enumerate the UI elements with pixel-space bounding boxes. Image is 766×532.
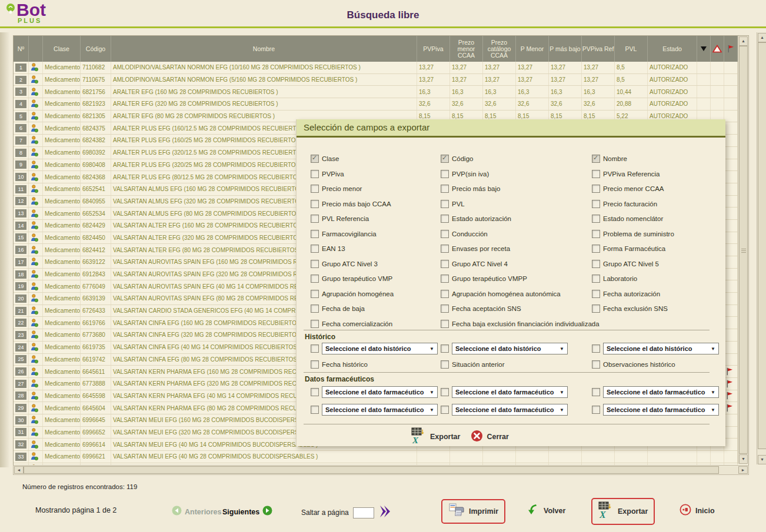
scroll-left-icon[interactable]: ◄ bbox=[14, 466, 24, 474]
scrollbar-thumb[interactable] bbox=[739, 46, 748, 454]
export-field-pvl-referencia[interactable]: PVL Referencia bbox=[311, 215, 369, 223]
column-header-c-digo[interactable]: Código bbox=[81, 36, 111, 62]
checkbox[interactable] bbox=[592, 200, 600, 208]
dropdown[interactable]: Seleccione el dato farmacéutico▼ bbox=[322, 404, 438, 416]
column-header-clase[interactable]: Clase bbox=[43, 36, 81, 62]
dropdown[interactable]: Seleccione el dato histórico▼ bbox=[452, 343, 568, 354]
checkbox[interactable] bbox=[311, 215, 319, 223]
export-field-grupo-terap-utico-vmp[interactable]: Grupo terapéutico VMP bbox=[311, 275, 392, 283]
column-header-p-menor[interactable]: P Menor bbox=[516, 36, 549, 62]
checkbox[interactable] bbox=[592, 344, 600, 353]
home-button[interactable]: Inicio bbox=[680, 504, 715, 518]
dropdown[interactable]: Seleccione el dato histórico▼ bbox=[603, 343, 719, 354]
export-field-estado-nomencl-tor[interactable]: Estado nomenclátor bbox=[592, 215, 663, 223]
export-field-estado-autorizaci-n[interactable]: Estado autorización bbox=[441, 215, 511, 223]
checkbox[interactable] bbox=[441, 275, 449, 283]
checkbox[interactable] bbox=[311, 155, 319, 163]
back-button[interactable]: Volver bbox=[527, 503, 565, 518]
export-field-precio-m-s-bajo-ccaa[interactable]: Precio más bajo CCAA bbox=[311, 200, 391, 208]
dropdown[interactable]: Seleccione el dato histórico▼ bbox=[322, 343, 438, 354]
checkbox[interactable] bbox=[441, 185, 449, 193]
export-field-grupo-atc-nivel-3[interactable]: Grupo ATC Nivel 3 bbox=[311, 260, 378, 268]
red-flag-icon[interactable] bbox=[724, 36, 738, 62]
export-field-agrupaci-n-homog-nea-auton-mica[interactable]: Agrupación homogénea autonómica bbox=[441, 290, 561, 298]
checkbox[interactable] bbox=[311, 245, 319, 253]
checkbox[interactable] bbox=[441, 200, 449, 208]
modal-export-button[interactable]: X Exportar bbox=[411, 427, 460, 446]
checkbox[interactable] bbox=[441, 290, 449, 298]
export-field-fecha-autorizaci-n[interactable]: Fecha autorización bbox=[592, 290, 660, 298]
checkbox[interactable] bbox=[592, 185, 600, 193]
checkbox[interactable] bbox=[592, 170, 600, 178]
page-vertical-scrollbar[interactable]: ▲ ▼ bbox=[757, 32, 766, 464]
column-header-icon[interactable] bbox=[29, 36, 43, 62]
column-header-pvl[interactable]: PVL bbox=[615, 36, 648, 62]
checkbox[interactable] bbox=[441, 305, 449, 313]
export-field-agrupaci-n-homog-nea[interactable]: Agrupación homogénea bbox=[311, 290, 394, 298]
export-field-precio-m-s-bajo[interactable]: Precio más bajo bbox=[441, 185, 500, 193]
export-field-forma-farmac-utica[interactable]: Forma Farmacéutica bbox=[592, 245, 665, 253]
scroll-up-icon[interactable]: ▲ bbox=[739, 36, 748, 46]
checkbox[interactable] bbox=[441, 360, 449, 369]
checkbox[interactable] bbox=[592, 305, 600, 313]
checkbox[interactable] bbox=[592, 215, 600, 223]
column-header-pvpiva[interactable]: PVPiva bbox=[417, 36, 450, 62]
checkbox[interactable] bbox=[592, 155, 600, 163]
export-field-pvl[interactable]: PVL bbox=[441, 200, 465, 208]
export-field-pvpiva-referencia[interactable]: PVPiva Referencia bbox=[592, 170, 660, 178]
export-field-fecha-de-baja[interactable]: Fecha de baja bbox=[311, 305, 365, 313]
checkbox[interactable] bbox=[592, 290, 600, 298]
checkbox[interactable] bbox=[311, 230, 319, 238]
export-field-c-digo[interactable]: Código bbox=[441, 155, 473, 163]
checkbox[interactable] bbox=[441, 406, 449, 414]
column-header-pvpiva-ref[interactable]: PVPiva Ref bbox=[582, 36, 615, 62]
checkbox[interactable] bbox=[592, 406, 600, 414]
dropdown[interactable]: Seleccione el dato farmacéutico▼ bbox=[322, 386, 438, 398]
dropdown[interactable]: Seleccione el dato farmacéutico▼ bbox=[452, 404, 568, 416]
export-field-fecha-aceptaci-n-sns[interactable]: Fecha aceptación SNS bbox=[441, 305, 521, 313]
column-header-p-m-s-bajo[interactable]: P más bajo bbox=[549, 36, 582, 62]
export-field-grupo-terap-utico-vmpp[interactable]: Grupo terapéutico VMPP bbox=[441, 275, 527, 283]
checkbox[interactable] bbox=[311, 185, 319, 193]
table-row[interactable]: 4Medicamento6821923ARALTER EFG (320 MG 2… bbox=[14, 98, 738, 111]
export-field-laboratorio[interactable]: Laboratorio bbox=[592, 275, 637, 283]
dropdown[interactable]: Seleccione el dato farmacéutico▼ bbox=[603, 404, 719, 416]
checkbox[interactable] bbox=[311, 275, 319, 283]
next-page-button[interactable]: Siguientes bbox=[222, 506, 272, 518]
export-field-conducci-n[interactable]: Conducción bbox=[441, 230, 488, 238]
checkbox[interactable] bbox=[311, 344, 319, 353]
checkbox[interactable] bbox=[592, 245, 600, 253]
scroll-down-icon[interactable]: ▼ bbox=[758, 455, 766, 464]
checkbox[interactable] bbox=[441, 245, 449, 253]
export-field-fecha-exclusi-n-sns[interactable]: Fecha exclusión SNS bbox=[592, 305, 668, 313]
dropdown[interactable]: Seleccione el dato farmacéutico▼ bbox=[603, 386, 719, 398]
export-field-pvp-sin-iva-[interactable]: PVP(sin iva) bbox=[441, 170, 489, 178]
checkbox[interactable] bbox=[311, 290, 319, 298]
dropdown[interactable]: Seleccione el dato farmacéutico▼ bbox=[452, 386, 568, 398]
checkbox[interactable] bbox=[592, 388, 600, 396]
previous-page-button[interactable]: Anteriores bbox=[172, 506, 222, 518]
checkbox[interactable] bbox=[311, 200, 319, 208]
export-field-nombre[interactable]: Nombre bbox=[592, 155, 627, 163]
checkbox[interactable] bbox=[441, 215, 449, 223]
scroll-down-icon[interactable]: ▼ bbox=[739, 454, 748, 464]
sort-down-icon[interactable] bbox=[697, 36, 711, 62]
column-header-prezo-cat-logo-ccaa[interactable]: Prezo catálogo CCAA bbox=[483, 36, 516, 62]
table-row[interactable]: 3Medicamento6821756ARALTER EFG (160 MG 2… bbox=[14, 86, 738, 98]
table-row[interactable]: 33Medicamento6996621VALSARTAN MEUI EFG (… bbox=[14, 451, 738, 463]
column-header-nombre[interactable]: Nombre bbox=[111, 36, 417, 62]
export-field-situaci-n-anterior[interactable]: Situación anterior bbox=[441, 360, 505, 369]
export-button[interactable]: X Exportar bbox=[591, 498, 655, 525]
export-field-pvpiva[interactable]: PVPiva bbox=[311, 170, 344, 178]
checkbox[interactable] bbox=[311, 170, 319, 178]
column-header-n-[interactable]: Nº bbox=[14, 36, 29, 62]
checkbox[interactable] bbox=[311, 406, 319, 414]
checkbox[interactable] bbox=[441, 344, 449, 353]
print-button[interactable]: Imprimir bbox=[441, 499, 505, 524]
export-field-grupo-atc-nivel-4[interactable]: Grupo ATC Nivel 4 bbox=[441, 260, 508, 268]
column-header-estado[interactable]: Estado bbox=[648, 36, 697, 62]
modal-close-button[interactable]: Cerrar bbox=[471, 430, 509, 444]
checkbox[interactable] bbox=[311, 305, 319, 313]
column-header-prezo-menor-ccaa[interactable]: Prezo menor CCAA bbox=[450, 36, 483, 62]
checkbox[interactable] bbox=[311, 360, 319, 369]
